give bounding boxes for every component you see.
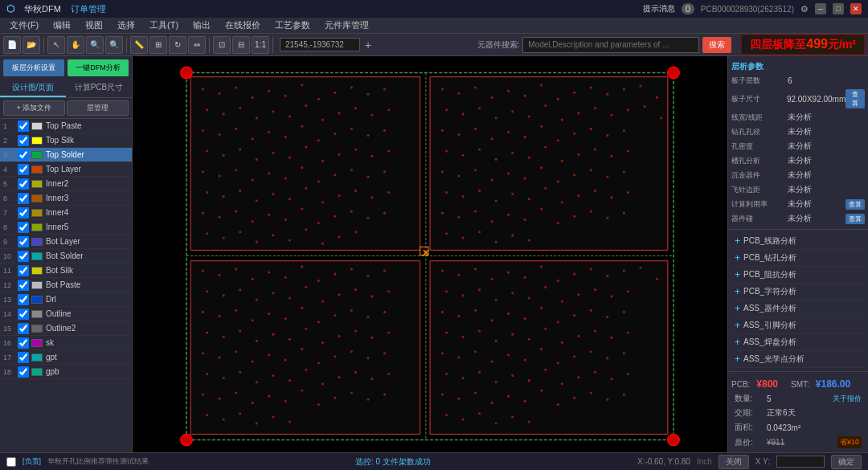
layer-item-13[interactable]: 14 Outline [0,307,132,321]
layer-item-9[interactable]: 10 Bot Solder [0,249,132,264]
pcb-canvas-area[interactable]: // dots will be drawn via JS [133,56,727,452]
menu-item-3[interactable]: 选择 [111,18,141,33]
layer-item-0[interactable]: 1 Top Paste [0,119,132,133]
add-view-btn[interactable]: + [365,39,371,51]
layer-item-14[interactable]: 15 Outline2 [0,321,132,336]
layer-checkbox-14[interactable] [18,323,29,334]
tb-open[interactable]: 📂 [23,36,40,54]
tb-zoom-100[interactable]: 1:1 [252,36,269,54]
layer-item-2[interactable]: 3 Top Solder [0,148,132,162]
coord-confirm-btn[interactable]: 确定 [831,455,862,469]
layer-checkbox-7[interactable] [18,222,29,233]
tb-zoom-fit[interactable]: ⊡ [213,36,231,54]
dfm-analysis-btn[interactable]: 一键DFM分析 [68,59,129,76]
quote-link[interactable]: 关于报价 [833,394,862,404]
param-btn-8[interactable]: 查算 [845,199,865,210]
layer-checkbox-6[interactable] [18,207,29,219]
svg-point-253 [350,350,353,353]
menu-item-2[interactable]: 视图 [79,18,109,33]
analysis-label-0: PCB_线路分析 [743,235,796,247]
dfm-settings-btn[interactable]: 板层分析设置 [3,59,64,76]
tb-hand[interactable]: ✋ [67,36,84,54]
tb-mirror[interactable]: ⇔ [188,36,206,54]
layer-item-12[interactable]: 13 Drl [0,292,132,307]
tb-zoom-select[interactable]: ⊟ [232,36,250,54]
tab-design[interactable]: 设计图/页面 [0,80,66,97]
layer-item-7[interactable]: 8 Inner5 [0,220,132,235]
analysis-item-7[interactable]: + ASS_光学点分析 [731,351,865,368]
menu-item-6[interactable]: 在线报价 [219,18,267,33]
layer-checkbox-9[interactable] [18,251,29,262]
layer-item-5[interactable]: 6 Inner3 [0,191,132,206]
layer-item-16[interactable]: 17 gpt [0,350,132,365]
layer-checkbox-16[interactable] [18,352,29,363]
layer-checkbox-15[interactable] [18,337,29,349]
status-checkbox[interactable] [6,457,16,467]
close-button[interactable]: ✕ [850,3,862,14]
layer-item-6[interactable]: 7 Inner4 [0,206,132,220]
layer-checkbox-4[interactable] [18,178,29,190]
layer-item-4[interactable]: 5 Inner2 [0,177,132,191]
svg-point-266 [371,378,374,380]
svg-point-62 [301,166,303,169]
layer-item-17[interactable]: 18 gpb [0,365,132,379]
layer-checkbox-17[interactable] [18,366,29,378]
layer-checkbox-0[interactable] [18,121,29,132]
maximize-button[interactable]: □ [833,3,844,14]
layer-checkbox-5[interactable] [18,193,29,204]
layer-item-3[interactable]: 4 Top Layer [0,162,132,177]
layer-item-10[interactable]: 11 Bot Silk [0,264,132,278]
svg-point-15 [317,98,320,100]
svg-point-372 [445,414,448,416]
svg-point-194 [511,234,514,236]
layer-item-8[interactable]: 9 Bot Layer [0,235,132,249]
analysis-item-1[interactable]: + PCB_钻孔分析 [731,250,865,267]
layer-checkbox-2[interactable] [18,149,29,161]
analysis-item-4[interactable]: + ASS_器件分析 [731,300,865,317]
menu-item-5[interactable]: 输出 [186,18,217,33]
search-button[interactable]: 搜索 [702,37,731,53]
menu-item-1[interactable]: 编辑 [47,18,77,33]
menu-item-7[interactable]: 工艺参数 [268,18,317,33]
param-btn-1[interactable]: 查算 [845,89,865,108]
menu-item-8[interactable]: 元件库管理 [318,18,375,33]
analysis-plus-3: + [735,286,740,297]
close-status-btn[interactable]: 关闭 [719,455,749,469]
layer-checkbox-12[interactable] [18,294,29,305]
analysis-item-5[interactable]: + ASS_引脚分析 [731,317,865,334]
coord-input[interactable] [776,456,825,468]
menu-item-4[interactable]: 工具(T) [143,18,185,33]
analysis-item-2[interactable]: + PCB_阻抗分析 [731,267,865,284]
tb-rotate[interactable]: ↻ [169,36,186,54]
component-search-input[interactable] [522,37,699,53]
svg-point-190 [445,232,448,235]
tab-pcb-size[interactable]: 计算PCB尺寸 [66,80,132,97]
order-mgmt-link[interactable]: 订单管理 [71,3,106,15]
layer-checkbox-1[interactable] [18,135,29,146]
add-file-btn[interactable]: + 添加文件 [3,100,65,116]
layer-checkbox-3[interactable] [18,164,29,175]
layer-name-3: Top Layer [46,165,129,174]
tb-new[interactable]: 📄 [3,36,21,54]
settings-icon[interactable]: ⚙ [800,4,809,14]
tb-cursor[interactable]: ↖ [47,36,65,54]
layer-checkbox-11[interactable] [18,280,29,291]
tb-zoom-in[interactable]: 🔍 [86,36,104,54]
layer-item-11[interactable]: 12 Bot Paste [0,278,132,292]
menu-item-0[interactable]: 文件(F) [3,18,45,33]
svg-point-202 [301,265,303,268]
analysis-item-3[interactable]: + PCB_字符分析 [731,284,865,300]
tb-zoom-out[interactable]: 🔍 [105,36,123,54]
tb-grid[interactable]: ⊞ [149,36,167,54]
layer-checkbox-10[interactable] [18,265,29,276]
layer-item-1[interactable]: 2 Top Silk [0,133,132,148]
layer-checkbox-13[interactable] [18,309,29,320]
analysis-item-6[interactable]: + ASS_焊盘分析 [731,334,865,351]
analysis-item-0[interactable]: + PCB_线路分析 [731,233,865,250]
param-btn-9[interactable]: 查算 [845,214,865,224]
layer-item-15[interactable]: 16 sk [0,336,132,350]
layer-checkbox-8[interactable] [18,236,29,247]
minimize-button[interactable]: ─ [815,3,826,14]
layer-mgmt-btn[interactable]: 层管理 [67,100,129,116]
tb-measure[interactable]: 📏 [130,36,148,54]
